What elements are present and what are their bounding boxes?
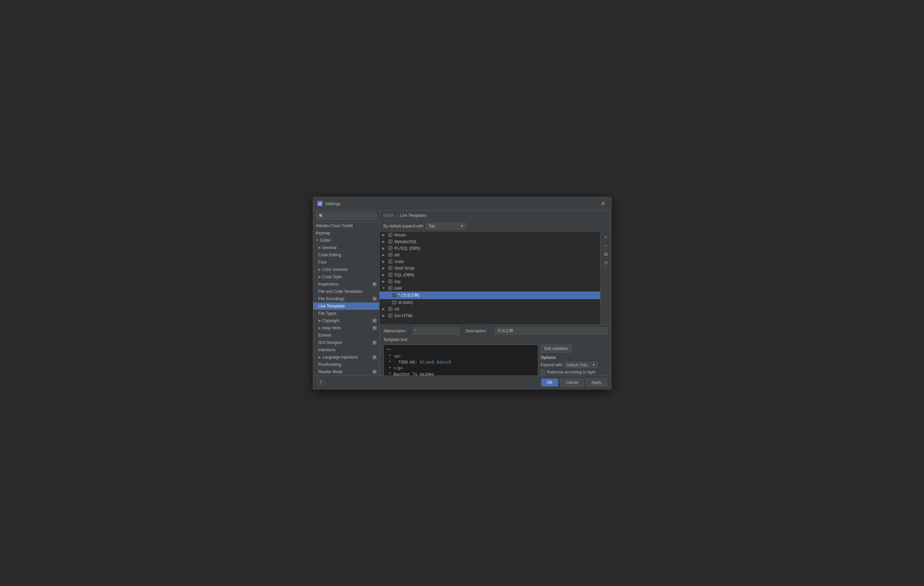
sidebar-item-emmet[interactable]: Emmet (313, 332, 379, 339)
sidebar-item-inspections[interactable]: Inspections ⊡ (313, 281, 379, 288)
sql-dbn-checkbox[interactable] (388, 273, 393, 277)
close-button[interactable]: ✕ (599, 200, 607, 207)
user-chevron: ▼ (382, 286, 386, 290)
gui-designer-label: GUI Designer (318, 340, 343, 345)
mybatis-checkbox[interactable] (388, 239, 393, 244)
reset-button[interactable]: ↺ (602, 259, 610, 267)
sidebar-item-color-scheme[interactable]: ▶ Color Scheme (313, 266, 379, 273)
right-panel: Edit variables Options Expand with Defau… (541, 344, 607, 376)
general-chevron: ▶ (318, 246, 321, 249)
copyright-label: Copyright (322, 318, 340, 323)
apply-button[interactable]: Apply (586, 379, 607, 386)
sidebar-item-editor[interactable]: ▼ Editor (313, 237, 379, 244)
plsql-checkbox[interactable] (388, 246, 393, 250)
list-item-plsql[interactable]: ▶ PL/SQL (DBN) (380, 245, 600, 252)
expand-default-dropdown[interactable]: Tab ▼ (426, 223, 466, 229)
inlay-hints-chevron: ▶ (318, 326, 321, 330)
maven-checkbox[interactable] (388, 233, 393, 237)
list-item-td-todo[interactable]: td (todo) (380, 299, 600, 306)
method-comment-label: * (方法注释) (398, 293, 420, 298)
sidebar-item-gui-designer[interactable]: GUI Designer ⊡ (313, 339, 379, 346)
list-item-xsl[interactable]: ▶ xsl (380, 306, 600, 313)
reformat-checkbox[interactable] (541, 370, 545, 374)
list-item-zen-html[interactable]: ▶ Zen HTML (380, 313, 600, 319)
help-button[interactable]: ? (317, 379, 325, 386)
remove-button[interactable]: − (602, 242, 610, 250)
code-line-4: * </p> (386, 366, 535, 371)
live-templates-label: Live Templates (318, 304, 345, 308)
ok-button[interactable]: OK (541, 379, 558, 386)
dialog-footer: ? OK Cancel Apply (313, 376, 611, 389)
search-input[interactable] (316, 212, 376, 220)
color-scheme-label: Color Scheme (322, 267, 348, 272)
zen-html-checkbox[interactable] (388, 313, 393, 318)
add-button[interactable]: + (602, 233, 610, 241)
sidebar-item-keymap[interactable]: Keymap (313, 229, 379, 237)
sidebar: Alibaba Cloud Toolkit Keymap ▼ Editor ▶ … (313, 210, 380, 376)
sidebar-item-copyright[interactable]: ▶ Copyright ⊡ (313, 317, 379, 324)
list-item-sbt[interactable]: ▶ sbt (380, 252, 600, 258)
code-line-1: ** (386, 348, 535, 354)
ssp-checkbox[interactable] (388, 279, 393, 283)
sidebar-item-code-editing[interactable]: Code Editing (313, 251, 379, 259)
title-bar-left: U Settings (317, 201, 341, 206)
copyright-badge: ⊡ (373, 319, 376, 323)
list-item-sql-dbn[interactable]: ▶ SQL (DBN) (380, 271, 600, 278)
xsl-checkbox[interactable] (388, 307, 393, 311)
file-types-label: File Types (318, 311, 337, 316)
sidebar-item-code-style[interactable]: ▶ Code Style (313, 273, 379, 281)
sidebar-item-intentions[interactable]: Intentions (313, 346, 379, 354)
list-item-method-comment[interactable]: * (方法注释) (380, 291, 600, 299)
sidebar-item-proofreading[interactable]: Proofreading (313, 361, 379, 368)
code-editing-label: Code Editing (318, 253, 342, 257)
sidebar-item-file-code-templates[interactable]: File and Code Templates (313, 288, 379, 295)
copy-button[interactable]: ⧉ (602, 250, 610, 258)
list-item-ssp[interactable]: ▶ ssp (380, 278, 600, 285)
list-item-user[interactable]: ▼ user (380, 285, 600, 291)
description-input[interactable] (495, 327, 607, 335)
cancel-button[interactable]: Cancel (560, 379, 584, 386)
sidebar-item-file-encodings[interactable]: File Encodings ⊡ (313, 295, 379, 303)
list-item-scala[interactable]: ▶ scala (380, 258, 600, 265)
sidebar-item-general[interactable]: ▶ General (313, 244, 379, 251)
inlay-hints-label: Inlay Hints (322, 326, 341, 330)
description-label: Description: (466, 329, 492, 333)
shell-checkbox[interactable] (388, 266, 393, 270)
method-comment-checkbox[interactable] (392, 293, 396, 298)
sidebar-item-alibaba[interactable]: Alibaba Cloud Toolkit (313, 222, 379, 229)
template-text-area: ** * <p> * TODO-WS: $time$ $date$ * </p>… (384, 344, 607, 376)
code-style-label: Code Style (322, 275, 342, 279)
options-title: Options (541, 355, 607, 360)
list-item-mybatis[interactable]: ▶ Mybatis/SQL (380, 238, 600, 245)
expand-default-value: Tab (428, 224, 435, 228)
user-checkbox[interactable] (388, 286, 393, 290)
sidebar-item-file-types[interactable]: File Types (313, 310, 379, 317)
language-injections-chevron: ▶ (318, 355, 321, 359)
list-item-maven[interactable]: ▶ Maven (380, 232, 600, 238)
zen-html-chevron: ▶ (382, 314, 386, 318)
file-encodings-badge: ⊡ (373, 297, 376, 301)
font-label: Font (318, 260, 327, 265)
keymap-label: Keymap (316, 231, 330, 235)
dialog-title: Settings (325, 201, 341, 206)
td-todo-checkbox[interactable] (392, 300, 396, 305)
copyright-chevron: ▶ (318, 319, 321, 323)
template-text-label: Template text: (384, 337, 410, 342)
sidebar-item-language-injections[interactable]: ▶ Language Injections ⊡ (313, 354, 379, 361)
expand-with-dropdown[interactable]: Default (Tab) ▼ (564, 362, 597, 368)
list-item-shell[interactable]: ▶ Shell Script (380, 265, 600, 271)
sidebar-item-live-templates[interactable]: Live Templates (313, 303, 379, 310)
edit-variables-button[interactable]: Edit variables (541, 344, 572, 353)
xsl-chevron: ▶ (382, 307, 386, 311)
reader-mode-badge: ⊡ (373, 370, 376, 374)
language-injections-label: Language Injections (322, 355, 358, 359)
abbreviation-input[interactable] (413, 327, 459, 335)
code-style-chevron: ▶ (318, 275, 321, 278)
code-editor[interactable]: ** * <p> * TODO-WS: $time$ $date$ * </p>… (384, 344, 538, 376)
color-scheme-chevron: ▶ (318, 268, 321, 271)
sidebar-item-inlay-hints[interactable]: ▶ Inlay Hints ⊡ (313, 324, 379, 332)
sidebar-item-reader-mode[interactable]: Reader Mode ⊡ (313, 368, 379, 376)
sidebar-item-font[interactable]: Font (313, 259, 379, 266)
scala-checkbox[interactable] (388, 259, 393, 263)
sbt-checkbox[interactable] (388, 253, 393, 257)
